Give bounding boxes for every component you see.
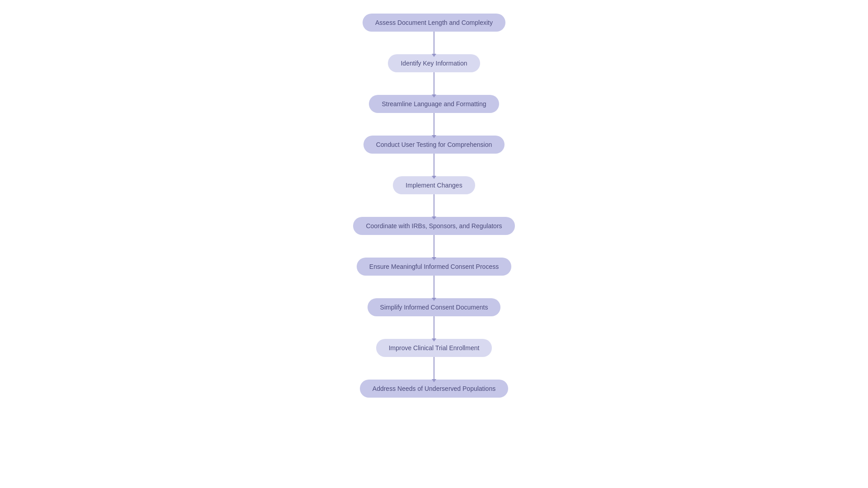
- node-coordinate: Coordinate with IRBs, Sponsors, and Regu…: [353, 217, 514, 235]
- node-address: Address Needs of Underserved Populations: [360, 380, 508, 398]
- connector-4: [434, 154, 434, 176]
- node-implement: Implement Changes: [393, 176, 475, 194]
- connector-7: [434, 276, 434, 298]
- node-streamline: Streamline Language and Formatting: [369, 95, 499, 113]
- node-simplify-label: Simplify Informed Consent Documents: [380, 304, 488, 311]
- connector-2: [434, 72, 434, 95]
- node-conduct: Conduct User Testing for Comprehension: [363, 136, 505, 154]
- connector-6: [434, 235, 434, 258]
- node-improve-label: Improve Clinical Trial Enrollment: [389, 344, 480, 352]
- node-assess-label: Assess Document Length and Complexity: [375, 19, 493, 26]
- node-coordinate-label: Coordinate with IRBs, Sponsors, and Regu…: [366, 222, 502, 230]
- connector-1: [434, 32, 434, 54]
- flowchart: Assess Document Length and Complexity Id…: [353, 9, 514, 402]
- node-ensure-label: Ensure Meaningful Informed Consent Proce…: [369, 263, 499, 270]
- node-assess: Assess Document Length and Complexity: [363, 14, 505, 32]
- connector-3: [434, 113, 434, 136]
- node-implement-label: Implement Changes: [406, 182, 462, 189]
- connector-5: [434, 194, 434, 217]
- node-address-label: Address Needs of Underserved Populations: [373, 385, 495, 392]
- node-simplify: Simplify Informed Consent Documents: [368, 298, 501, 316]
- node-identify-label: Identify Key Information: [401, 60, 467, 67]
- connector-8: [434, 316, 434, 339]
- node-streamline-label: Streamline Language and Formatting: [382, 100, 486, 108]
- connector-9: [434, 357, 434, 380]
- node-ensure: Ensure Meaningful Informed Consent Proce…: [357, 258, 511, 276]
- node-improve: Improve Clinical Trial Enrollment: [376, 339, 492, 357]
- node-identify: Identify Key Information: [388, 54, 480, 72]
- node-conduct-label: Conduct User Testing for Comprehension: [376, 141, 492, 148]
